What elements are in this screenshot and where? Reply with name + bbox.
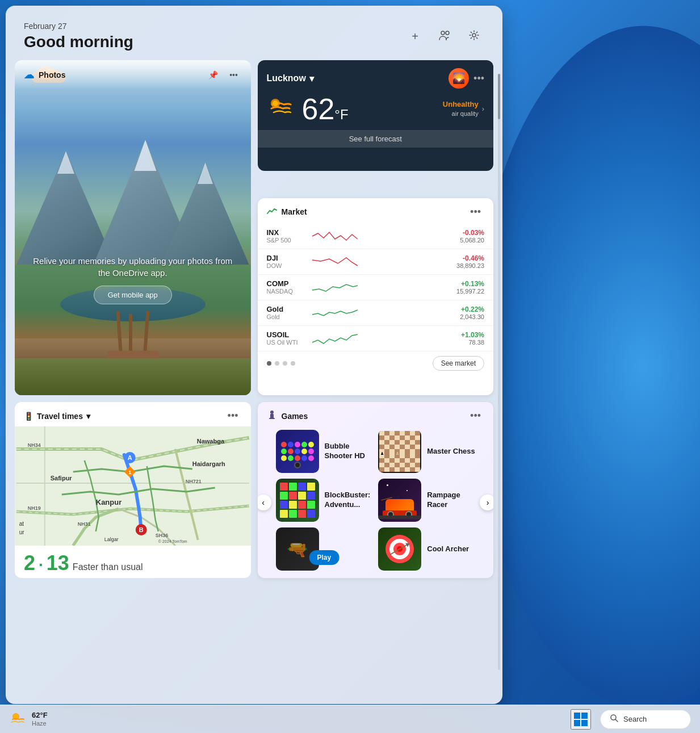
svg-text:at: at bbox=[19, 521, 24, 527]
photos-overlay-section: Relive your memories by uploading your p… bbox=[15, 255, 251, 304]
svg-text:Lalgar: Lalgar bbox=[104, 537, 119, 542]
games-next-button[interactable]: › bbox=[480, 495, 493, 510]
game-name-blockbuster: BlockBuster: Adventu... bbox=[325, 491, 373, 510]
photos-actions: 📌 ••• bbox=[206, 67, 242, 83]
widget-panel: February 27 Good morning + bbox=[6, 6, 502, 704]
snow-3 bbox=[192, 162, 218, 184]
game-name-racer: Rampage Racer bbox=[427, 491, 475, 510]
taskbar: 62°F Haze Search bbox=[0, 705, 700, 733]
game-name-archer: Cool Archer bbox=[427, 544, 469, 554]
games-more-button[interactable]: ••• bbox=[467, 409, 484, 423]
stock-row-gold[interactable]: Gold Gold +0.22% 2,043.30 bbox=[258, 300, 494, 326]
stock-row-usoil[interactable]: USOIL US Oil WTI +1.03% 78.38 bbox=[258, 326, 494, 351]
svg-point-4 bbox=[273, 100, 278, 106]
add-icon: + bbox=[412, 30, 418, 43]
taskbar-condition: Haze bbox=[32, 720, 48, 727]
svg-text:1: 1 bbox=[128, 470, 131, 475]
taskbar-weather[interactable]: 62°F Haze bbox=[9, 710, 48, 729]
games-grid: Bubble Shooter HD ♟♙ bbox=[269, 428, 483, 577]
travel-header: 🚦 Travel times ▾ ••• bbox=[15, 402, 251, 426]
photos-background: Relive your memories by uploading your p… bbox=[15, 60, 251, 395]
travel-separator: · bbox=[39, 556, 43, 574]
svg-text:Nawabga: Nawabga bbox=[197, 438, 225, 445]
svg-point-2 bbox=[472, 33, 476, 37]
market-dot-1 bbox=[267, 361, 271, 366]
travel-widget: 🚦 Travel times ▾ ••• bbox=[15, 402, 251, 578]
travel-info: 2 · 13 Faster than usual bbox=[15, 546, 251, 578]
market-more-button[interactable]: ••• bbox=[467, 205, 484, 219]
game-name-chess: Master Chess bbox=[427, 447, 475, 456]
photos-title: ☁ Photos bbox=[24, 69, 65, 81]
photos-more-button[interactable]: ••• bbox=[226, 67, 242, 83]
onedrive-icon: ☁ bbox=[24, 69, 34, 81]
svg-line-43 bbox=[615, 719, 618, 722]
photos-widget: ☁ Photos 📌 ••• bbox=[15, 60, 251, 395]
market-title-label: Market bbox=[282, 207, 307, 216]
games-header: Games ••• bbox=[258, 402, 494, 428]
photos-pin-button[interactable]: 📌 bbox=[206, 67, 221, 83]
stock-gold-chart bbox=[312, 304, 434, 321]
weather-location[interactable]: Lucknow ▾ bbox=[267, 73, 314, 84]
profile-button[interactable] bbox=[434, 26, 455, 47]
market-icon bbox=[267, 207, 277, 217]
weather-aqi-text: Unhealthy air quality bbox=[443, 100, 479, 118]
dock bbox=[107, 304, 158, 361]
game-play-button[interactable]: Play bbox=[309, 550, 339, 565]
weather-main: 62°F Unhealthy air quality › bbox=[258, 93, 494, 130]
panel-scrollbar[interactable] bbox=[498, 74, 500, 670]
game-name-bubble: Bubble Shooter HD bbox=[325, 442, 373, 461]
taskbar-weather-icon bbox=[9, 710, 27, 729]
game-item-racer[interactable]: Rampage Racer bbox=[378, 479, 475, 522]
add-button[interactable]: + bbox=[405, 26, 425, 47]
travel-title-label: Travel times bbox=[37, 412, 83, 421]
svg-rect-35 bbox=[269, 418, 275, 419]
taskbar-temperature: 62°F bbox=[32, 711, 48, 720]
settings-icon bbox=[468, 30, 480, 44]
snow-2 bbox=[127, 140, 164, 171]
weather-temperature: 62 bbox=[302, 93, 335, 125]
games-title-label: Games bbox=[282, 412, 308, 421]
traffic-icon: 🚦 bbox=[24, 412, 33, 421]
games-icon bbox=[267, 410, 277, 422]
settings-button[interactable] bbox=[464, 26, 484, 47]
stock-inx-change: -0.03% 5,068.20 bbox=[433, 229, 484, 244]
svg-text:© 2024 TomTom: © 2024 TomTom bbox=[158, 539, 187, 543]
svg-text:ur: ur bbox=[19, 529, 25, 535]
game-item-chess[interactable]: ♟♙ Master Chess bbox=[378, 430, 475, 473]
stock-row-comp[interactable]: COMP NASDAQ +0.13% 15,997.22 bbox=[258, 275, 494, 300]
game-item-bubble[interactable]: Bubble Shooter HD bbox=[276, 430, 373, 473]
game-thumb-bubble bbox=[276, 430, 319, 473]
game-item-archer[interactable]: Cool Archer bbox=[378, 527, 475, 571]
svg-text:NH34: NH34 bbox=[28, 442, 41, 448]
weather-more-button[interactable]: ••• bbox=[473, 73, 484, 85]
see-forecast-button[interactable]: See full forecast bbox=[258, 130, 494, 148]
see-market-button[interactable]: See market bbox=[433, 356, 484, 371]
profile-icon bbox=[438, 29, 451, 44]
dock-leg-mid bbox=[129, 314, 132, 351]
weather-aqi[interactable]: Unhealthy air quality › bbox=[443, 100, 484, 118]
svg-text:NH19: NH19 bbox=[28, 505, 41, 511]
dock-leg-right bbox=[143, 311, 149, 351]
windows-start-button[interactable] bbox=[571, 709, 591, 730]
taskbar-right: Search bbox=[571, 709, 691, 730]
travel-more-button[interactable]: ••• bbox=[224, 409, 242, 423]
stock-usoil-chart bbox=[312, 330, 434, 347]
weather-aqi-sub: air quality bbox=[443, 110, 479, 118]
travel-title[interactable]: 🚦 Travel times ▾ bbox=[24, 412, 90, 421]
stock-row-dji[interactable]: DJI DOW -0.46% 38,890.23 bbox=[258, 249, 494, 275]
game-item-play[interactable]: 🔫 Play bbox=[276, 527, 373, 571]
game-thumb-blockbuster bbox=[276, 479, 319, 522]
map-container: A B 1 NH34 NH19 NH31 NH721 SH36 bbox=[15, 426, 251, 546]
weather-chevron-icon: ▾ bbox=[309, 73, 314, 84]
panel-greeting: Good morning bbox=[24, 33, 133, 51]
game-item-blockbuster[interactable]: BlockBuster: Adventu... bbox=[276, 479, 373, 522]
svg-text:Kanpur: Kanpur bbox=[96, 498, 122, 506]
stock-row-inx[interactable]: INX S&P 500 -0.03% 5,068.20 bbox=[258, 224, 494, 249]
svg-point-1 bbox=[446, 31, 449, 35]
svg-text:Safipur: Safipur bbox=[51, 475, 73, 481]
game-thumb-racer bbox=[378, 479, 421, 522]
search-bar[interactable]: Search bbox=[600, 710, 691, 729]
travel-time: 2 bbox=[24, 551, 35, 575]
market-footer: See market bbox=[258, 351, 494, 375]
get-app-button[interactable]: Get mobile app bbox=[94, 286, 172, 304]
